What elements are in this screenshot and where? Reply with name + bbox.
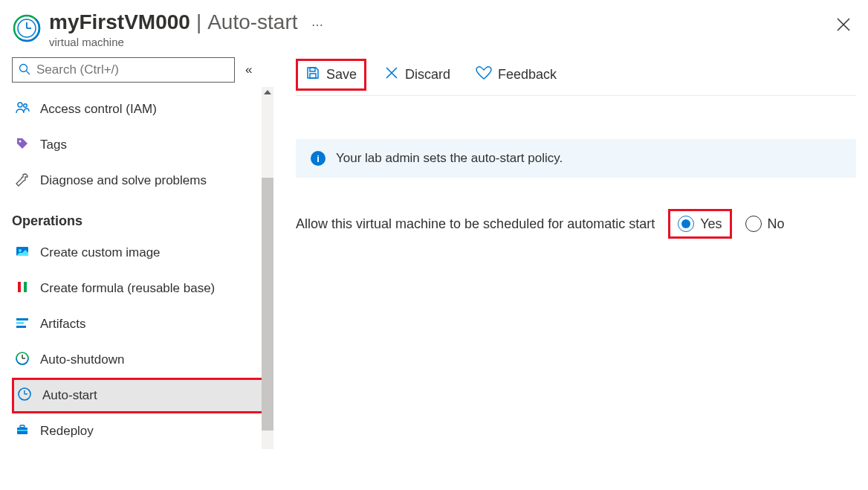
title-row: myFirstVM000 | Auto-start ⋯ — [49, 10, 853, 34]
svg-rect-13 — [24, 282, 27, 292]
more-actions-button[interactable]: ⋯ — [311, 18, 323, 32]
discard-button[interactable]: Discard — [377, 61, 458, 88]
svg-rect-15 — [16, 322, 24, 324]
sidebar-item-redeploy[interactable]: Redeploy — [12, 413, 268, 449]
info-icon: i — [311, 151, 326, 166]
sidebar-item-label: Create formula (reusable base) — [40, 281, 215, 296]
heart-icon — [476, 65, 492, 84]
sidebar-item-artifacts[interactable]: Artifacts — [12, 306, 268, 342]
sidebar-item-diagnose[interactable]: Diagnose and solve problems — [12, 163, 268, 199]
sidebar-item-label: Create custom image — [40, 245, 161, 260]
radio-no[interactable]: No — [745, 216, 785, 232]
discard-button-label: Discard — [405, 67, 450, 83]
page-header: myFirstVM000 | Auto-start ⋯ virtual mach… — [0, 0, 868, 54]
sidebar-item-label: Artifacts — [40, 317, 85, 332]
svg-rect-27 — [310, 68, 315, 71]
artifacts-icon — [15, 315, 30, 334]
radio-yes-label: Yes — [700, 216, 722, 232]
feedback-button[interactable]: Feedback — [468, 61, 564, 88]
close-button[interactable] — [837, 18, 850, 33]
info-banner: i Your lab admin sets the auto-start pol… — [296, 139, 856, 178]
sidebar-item-label: Redeploy — [40, 424, 94, 439]
search-box[interactable] — [12, 57, 235, 83]
title-separator: | — [196, 10, 201, 34]
save-button[interactable]: Save — [296, 59, 366, 91]
info-message: Your lab admin sets the auto-start polic… — [336, 151, 563, 166]
sidebar-item-label: Auto-start — [42, 388, 97, 403]
sidebar-item-create-custom-image[interactable]: Create custom image — [12, 235, 268, 271]
sidebar-item-auto-shutdown[interactable]: Auto-shutdown — [12, 342, 268, 378]
clock-start-icon — [17, 387, 32, 405]
auto-start-option-row: Allow this virtual machine to be schedul… — [296, 209, 856, 239]
page-name: Auto-start — [207, 10, 297, 34]
radio-no-label: No — [768, 216, 785, 232]
sidebar-section-operations: Operations — [12, 213, 268, 229]
radio-yes[interactable]: Yes — [668, 209, 731, 239]
sidebar-item-label: Access control (IAM) — [40, 102, 157, 117]
resource-type-subtitle: virtual machine — [49, 36, 853, 48]
svg-rect-26 — [17, 430, 27, 431]
save-icon — [305, 65, 320, 84]
sidebar-item-auto-start[interactable]: Auto-start — [12, 378, 268, 413]
svg-point-5 — [20, 64, 27, 71]
sidebar-item-access-control[interactable]: Access control (IAM) — [12, 91, 268, 127]
collapse-sidebar-button[interactable]: « — [245, 62, 252, 77]
sidebar-item-tags[interactable]: Tags — [12, 127, 268, 163]
sidebar-item-label: Diagnose and solve problems — [40, 173, 207, 188]
main-content: Save Discard Feedback i Your lab admin s… — [273, 54, 868, 449]
people-icon — [15, 100, 30, 119]
svg-point-9 — [19, 140, 22, 142]
sidebar-item-label: Auto-shutdown — [40, 352, 124, 367]
radio-yes-indicator — [678, 216, 694, 232]
wrench-icon — [15, 172, 30, 190]
search-input[interactable] — [36, 62, 228, 77]
sidebar: « Access control (IAM) Tags Diagnose and… — [0, 54, 273, 449]
sidebar-item-create-formula[interactable]: Create formula (reusable base) — [12, 271, 268, 306]
resource-name: myFirstVM000 — [49, 10, 190, 34]
clock-lab-icon — [12, 13, 42, 45]
search-icon — [19, 63, 30, 77]
briefcase-icon — [15, 422, 30, 441]
toolbar: Save Discard Feedback — [296, 54, 856, 96]
header-titles: myFirstVM000 | Auto-start ⋯ virtual mach… — [49, 10, 853, 48]
clock-shutdown-icon — [15, 351, 30, 370]
svg-point-11 — [19, 249, 22, 252]
image-icon — [15, 244, 30, 262]
save-button-label: Save — [326, 67, 357, 83]
svg-rect-28 — [310, 74, 316, 78]
svg-rect-14 — [16, 318, 28, 320]
svg-point-7 — [18, 103, 22, 107]
sidebar-scrollbar[interactable] — [262, 87, 273, 449]
feedback-button-label: Feedback — [498, 67, 557, 83]
discard-icon — [384, 65, 399, 84]
svg-rect-12 — [18, 282, 21, 292]
flask-icon — [15, 280, 30, 298]
svg-rect-25 — [20, 425, 25, 428]
radio-no-indicator — [745, 216, 762, 232]
svg-line-6 — [27, 71, 30, 74]
svg-point-8 — [24, 103, 27, 107]
auto-start-option-label: Allow this virtual machine to be schedul… — [296, 216, 655, 232]
tag-icon — [15, 136, 30, 155]
sidebar-item-label: Tags — [40, 138, 67, 152]
svg-rect-16 — [16, 326, 26, 328]
